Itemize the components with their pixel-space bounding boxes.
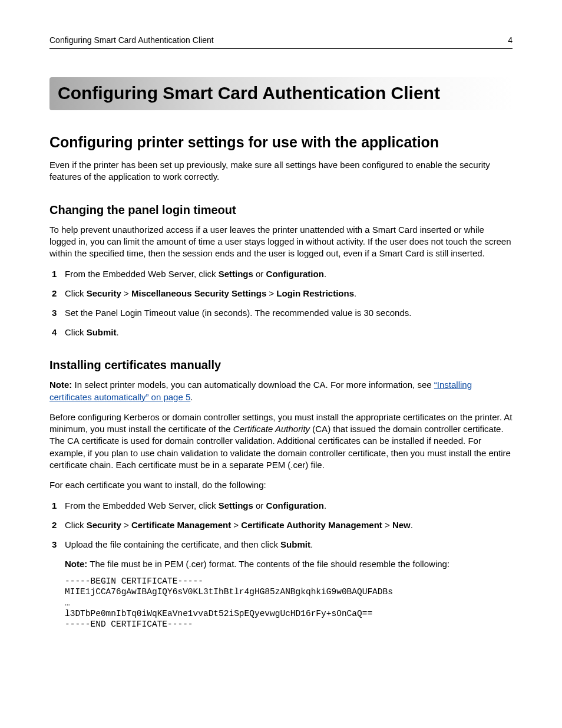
cert-note: Note: In select printer models, you can … [49,379,513,403]
cert-lead-in: For each certificate you want to install… [49,479,513,491]
step-item: Click Security > Miscellaneous Security … [49,287,513,299]
document-page: Configuring Smart Card Authentication Cl… [0,0,562,728]
step-item: Upload the file containing the certifica… [49,538,513,551]
cert-paragraph: Before configuring Kerberos or domain co… [49,411,513,471]
step-item: Click Security > Certificate Management … [49,519,513,531]
step-item: Click Submit. [49,326,513,338]
cert-steps: From the Embedded Web Server, click Sett… [49,499,513,551]
running-header: Configuring Smart Card Authentication Cl… [49,35,513,49]
page-title: Configuring Smart Card Authentication Cl… [49,77,513,110]
page-number: 4 [508,35,513,45]
timeout-paragraph: To help prevent unauthorized access if a… [49,224,513,260]
subsection-timeout-heading: Changing the panel login timeout [49,203,513,217]
header-title: Configuring Smart Card Authentication Cl… [49,35,214,45]
cert-format-note: Note: The file must be in PEM (.cer) for… [65,558,513,570]
section-intro: Even if the printer has been set up prev… [49,159,513,183]
step-item: From the Embedded Web Server, click Sett… [49,268,513,280]
step-item: Set the Panel Login Timeout value (in se… [49,307,513,319]
subsection-cert-heading: Installing certificates manually [49,358,513,372]
timeout-steps: From the Embedded Web Server, click Sett… [49,268,513,338]
certificate-block: -----BEGIN CERTIFICATE----- MIIE1jCCA76g… [65,576,513,630]
section-heading: Configuring printer settings for use wit… [49,134,513,151]
step-item: From the Embedded Web Server, click Sett… [49,499,513,512]
